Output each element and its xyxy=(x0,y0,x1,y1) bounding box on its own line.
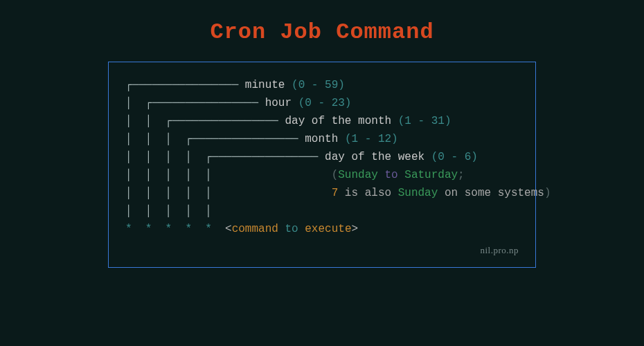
row-minute: ┌──────────────── minute (0 - 59) xyxy=(125,76,519,94)
row-note-1: │ │ │ │ │ (Sunday to Saturday; xyxy=(125,166,519,184)
credit-label: nil.pro.np xyxy=(125,245,519,256)
row-hour: │ ┌──────────────── hour (0 - 23) xyxy=(125,94,519,112)
diagram-container: Cron Job Command ┌──────────────── minut… xyxy=(0,0,644,346)
page-title: Cron Job Command xyxy=(210,19,433,45)
row-dow: │ │ │ │ ┌──────────────── day of the wee… xyxy=(125,148,519,166)
row-command: * * * * * <command to execute> xyxy=(125,220,519,238)
cron-diagram-box: ┌──────────────── minute (0 - 59) │ ┌───… xyxy=(108,62,536,268)
row-note-2: │ │ │ │ │ 7 is also Sunday on some syste… xyxy=(125,184,519,202)
row-month: │ │ │ ┌──────────────── month (1 - 12) xyxy=(125,130,519,148)
row-pipes: │ │ │ │ │ xyxy=(125,202,519,220)
row-dom: │ │ ┌──────────────── day of the month (… xyxy=(125,112,519,130)
